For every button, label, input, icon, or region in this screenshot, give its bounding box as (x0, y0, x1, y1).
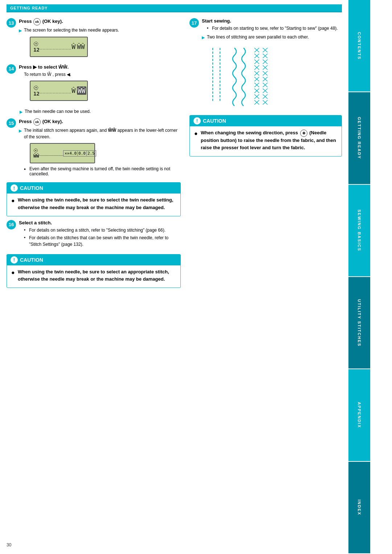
sidebar-tab-contents[interactable]: CONTENTS (348, 0, 370, 92)
sidebar-tab-sewing-basics[interactable]: SEWING BASICS (348, 185, 370, 277)
bullet-dot-2: ● (11, 268, 16, 277)
lcd-num-1: 12 (33, 47, 40, 53)
step-14-title: Press ▶ to select ŴŴ. (19, 64, 181, 70)
caution-header-2: ! CAUTION (7, 254, 180, 265)
caution-icon-1: ! (11, 184, 18, 192)
lcd-icon-1: 🖸 (33, 41, 38, 47)
step-16-list: For details on selecting a stitch, refer… (24, 227, 181, 248)
step-14: 14 Press ▶ to select ŴŴ. To return to Ŵ … (7, 64, 181, 104)
caution-header-1: ! CAUTION (7, 183, 180, 194)
step-17-desc2: ▶ Two lines of stitching are sewn parall… (202, 34, 342, 41)
section-header: GETTING READY (7, 4, 342, 12)
lcd-dashes-2: __________ (40, 88, 72, 93)
step-13-desc: ▶ The screen for selecting the twin need… (19, 27, 181, 34)
caution-icon-2: ! (11, 256, 18, 264)
caution-body-3: ● When changing the sewing direction, pr… (190, 126, 342, 156)
lcd-num-2: 12 (33, 91, 40, 97)
caution-box-1: ! CAUTION ● When using the twin needle, … (7, 182, 181, 216)
step-13: 13 Press ok (OK key). ▶ The screen for s… (7, 18, 181, 60)
arrow-icon-2: ▶ (20, 109, 23, 115)
caution-header-3: ! CAUTION (190, 115, 342, 126)
sidebar-tab-getting-ready[interactable]: GETTING READY (348, 92, 370, 184)
caution-icon-3: ! (193, 117, 201, 125)
lcd-needle-icons-1: Ŵ ŴŴ (72, 43, 85, 50)
lcd-icon-2: 🖸 (33, 85, 38, 91)
caution-body-1: ● When using the twin needle, be sure to… (7, 194, 180, 216)
bullet-dot: ● (11, 196, 16, 205)
lcd-screen-1: 🖸 12 __________ Ŵ ŴŴ (30, 37, 88, 57)
caution-body-2: ● When using the twin needle, be sure to… (7, 265, 180, 288)
arrow-icon-4: ▶ (202, 34, 205, 41)
lcd-dashes-1: __________ (40, 44, 72, 49)
lcd-needle-icons-2: Ŵ ŴŴ (72, 86, 86, 95)
step-17-list: For details on starting to sew, refer to… (207, 25, 342, 32)
needle-position-icon: ⊕ (300, 130, 307, 137)
step-17-number: 17 (189, 18, 199, 28)
arrow-icon-3: ▶ (19, 128, 23, 134)
right-sidebar: CONTENTS GETTING READY SEWING BASICS UTI… (348, 0, 370, 554)
caution-box-2: ! CAUTION ● When using the twin needle, … (7, 254, 181, 288)
sidebar-tab-utility-stitches[interactable]: UTILITY STITCHES (348, 277, 370, 369)
step-14-number: 14 (7, 64, 16, 74)
step-13-number: 13 (7, 18, 16, 28)
header-label: GETTING READY (10, 6, 48, 10)
step-16-title: Select a stitch. (19, 220, 181, 225)
step-14-desc: To return to Ŵ , press ◀. (24, 71, 181, 78)
page-number: 30 (7, 542, 11, 547)
lcd-screen-2: 🖸 12 __________ Ŵ ŴŴ (30, 81, 88, 101)
step-13-title: Press ok (OK key). (19, 18, 181, 25)
step-17-title: Start sewing. (202, 18, 342, 24)
twin-needle-note: ▶ The twin needle can now be used. (20, 108, 181, 115)
bullet-dot-3: ● (194, 129, 199, 138)
ok-key-icon-2: ok (33, 118, 41, 126)
step-15: 15 Press ok (OK key). ▶ The initial stit… (7, 118, 181, 178)
step-17: 17 Start sewing. For details on starting… (189, 18, 342, 111)
arrow-icon: ▶ (19, 28, 23, 34)
step-15-desc1: ▶ The initial stitch screen appears agai… (19, 127, 181, 140)
ok-key-icon: ok (33, 18, 41, 25)
step-15-desc2: Even after the sewing machine is turned … (24, 166, 181, 176)
step-16: 16 Select a stitch. For details on selec… (7, 220, 181, 250)
sidebar-tab-index[interactable]: INDEX (348, 462, 370, 554)
caution-box-3: ! CAUTION ● When changing the sewing dir… (189, 115, 342, 157)
lcd-screen-3: 🖸 ŴŴ __________ ✕✕4.00.02.5 (30, 143, 95, 163)
step-16-number: 16 (7, 220, 16, 229)
step-15-title: Press ok (OK key). (19, 118, 181, 126)
step-15-number: 15 (7, 118, 16, 128)
sidebar-tab-appendix[interactable]: APPENDIX (348, 369, 370, 461)
stitch-illustration (202, 44, 342, 107)
